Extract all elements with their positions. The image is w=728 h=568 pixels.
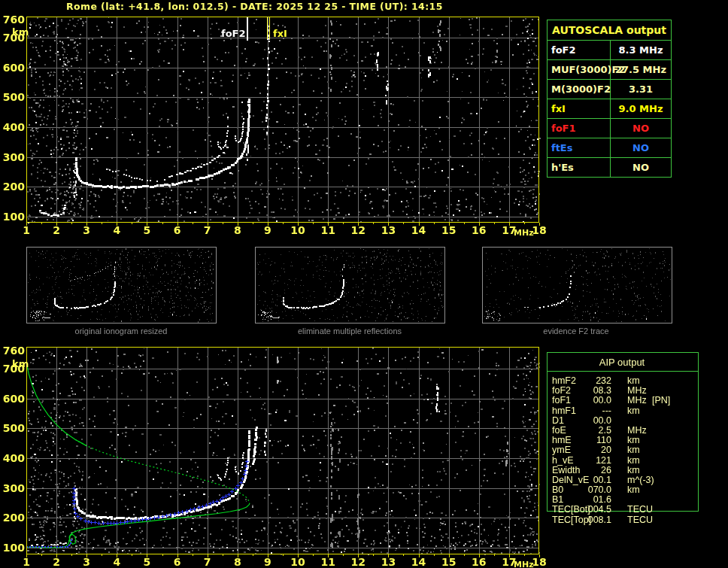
autoscala-row-hes: h'EsNO: [548, 158, 671, 177]
aip-table-rows: hmF2232kmfoF208.3MHzfoF100.0MHz[PN]hmF1-…: [547, 376, 727, 525]
y-tick-label-600: 600: [2, 393, 25, 404]
x-tick-label-11: 11: [320, 556, 336, 568]
panel-caption-2: eliminate multiple reflections: [290, 327, 410, 336]
x-tick-label-9: 9: [259, 556, 276, 568]
x-tick-label-15: 15: [441, 556, 457, 568]
y-axis-unit: km: [12, 358, 29, 369]
y-tick-label-200: 200: [2, 181, 25, 192]
param-value: NO: [611, 138, 671, 157]
x-tick-label-9: 9: [259, 224, 276, 236]
aip-row-tecbot: TEC[Bot]004.5TECU: [547, 505, 727, 515]
aip-value: 26: [575, 466, 611, 475]
aip-unit: MHz: [627, 396, 647, 405]
y-tick-label-200: 200: [2, 512, 25, 523]
aip-value: 20: [575, 445, 611, 455]
aip-value: 110: [575, 436, 611, 445]
aip-unit: km: [627, 466, 640, 475]
y-tick-label-400: 400: [2, 453, 25, 463]
y-tick-label-760: 760: [2, 345, 25, 356]
y-tick-label-400: 400: [2, 122, 25, 132]
x-tick-label-6: 6: [169, 224, 186, 236]
y-tick-label-300: 300: [2, 152, 25, 163]
param-label: foF2: [548, 41, 611, 59]
aip-unit: m^(-3): [627, 475, 654, 485]
aip-value: 08.3: [575, 386, 611, 396]
y-tick-label-500: 500: [2, 92, 25, 102]
aip-name: B0: [552, 485, 563, 495]
x-axis-unit: MHz: [514, 560, 534, 568]
param-value: 9.0 MHz: [611, 99, 671, 118]
param-label: foF1: [548, 119, 611, 138]
aip-value: 2.5: [575, 426, 611, 436]
panel-caption-1: original ionogram resized: [61, 327, 181, 336]
aip-value: 008.1: [575, 515, 611, 525]
autoscala-row-fxi: fxI9.0 MHz: [548, 99, 671, 119]
param-label: h'Es: [548, 158, 611, 177]
param-label: M(3000)F2: [548, 80, 611, 99]
aip-name: hmF2: [552, 376, 576, 386]
aip-value: 070.0: [575, 485, 611, 495]
aip-name: foF2: [552, 386, 571, 396]
autoscala-row-m3000f2: M(3000)F23.31: [548, 80, 671, 99]
fof2-marker-label: foF2: [221, 28, 245, 39]
x-tick-label-5: 5: [138, 224, 155, 236]
aip-table-header: AIP output: [547, 357, 697, 368]
aip-name: B1: [552, 495, 563, 505]
aip-unit: km: [627, 406, 640, 416]
y-tick-label-100: 100: [2, 211, 25, 222]
x-tick-label-7: 7: [199, 224, 216, 236]
aip-row-ewidth: Ewidth26km: [547, 466, 727, 475]
x-tick-label-3: 3: [78, 224, 95, 236]
autoscala-screen: Rome (lat: +41.8, lon: 012.5) - DATE: 20…: [0, 0, 728, 568]
aip-name: h_vE: [552, 456, 574, 466]
autoscala-row-fof2: foF28.3 MHz: [548, 41, 671, 60]
aip-name: foE: [552, 426, 566, 436]
aip-unit: TECU: [627, 515, 653, 525]
fxi-marker-label: fxI: [273, 28, 287, 39]
autoscala-row-ftes: ftEsNO: [548, 138, 671, 158]
param-label: fxI: [548, 99, 611, 118]
aip-table-separator: [547, 371, 698, 372]
aip-unit: km: [627, 456, 640, 466]
autoscala-output-table: AUTOSCALA output foF28.3 MHzMUF(3000)F22…: [547, 20, 672, 178]
x-tick-label-4: 4: [108, 224, 125, 236]
autoscala-row-muf3000f2: MUF(3000)F227.5 MHz: [548, 60, 671, 80]
aip-row-b0: B0070.0km: [547, 485, 727, 495]
x-tick-label-6: 6: [169, 556, 186, 568]
x-tick-label-3: 3: [78, 556, 95, 568]
autoscala-row-fof1: foF1NO: [548, 119, 671, 138]
aip-unit: km: [627, 436, 640, 445]
aip-row-yme: ymE20km: [547, 445, 727, 455]
aip-name: ymE: [552, 445, 571, 455]
aip-name: foF1: [552, 396, 571, 405]
x-tick-label-2: 2: [48, 556, 65, 568]
x-tick-label-7: 7: [199, 556, 216, 568]
aip-name: hmF1: [552, 406, 576, 416]
aip-note: [PN]: [652, 396, 670, 405]
param-value: 8.3 MHz: [611, 41, 671, 59]
x-tick-label-13: 13: [380, 224, 396, 236]
aip-row-fof1: foF100.0MHz[PN]: [547, 396, 727, 405]
x-tick-label-13: 13: [380, 556, 396, 568]
aip-value: 00.0: [575, 416, 611, 426]
aip-value: 00.0: [575, 396, 611, 405]
aip-value: 232: [575, 376, 611, 386]
x-tick-label-14: 14: [411, 556, 427, 568]
aip-unit: MHz: [627, 386, 647, 396]
param-value: 27.5 MHz: [611, 60, 671, 79]
aip-unit: km: [627, 376, 640, 386]
station-header: Rome (lat: +41.8, lon: 012.5) - DATE: 20…: [66, 1, 443, 12]
x-tick-label-12: 12: [350, 556, 366, 568]
aip-unit: km: [627, 485, 640, 495]
param-value: 3.31: [611, 80, 671, 99]
y-tick-label-600: 600: [2, 62, 25, 73]
x-tick-label-14: 14: [411, 224, 427, 236]
y-tick-label-500: 500: [2, 423, 25, 433]
x-tick-label-12: 12: [350, 224, 366, 236]
autoscala-table-rows: foF28.3 MHzMUF(3000)F227.5 MHzM(3000)F23…: [548, 41, 671, 177]
param-value: NO: [611, 119, 671, 138]
panel-caption-3: evidence F2 trace: [516, 327, 636, 336]
y-tick-label-760: 760: [2, 14, 25, 25]
x-tick-label-4: 4: [108, 556, 125, 568]
aip-unit: km: [627, 445, 640, 455]
